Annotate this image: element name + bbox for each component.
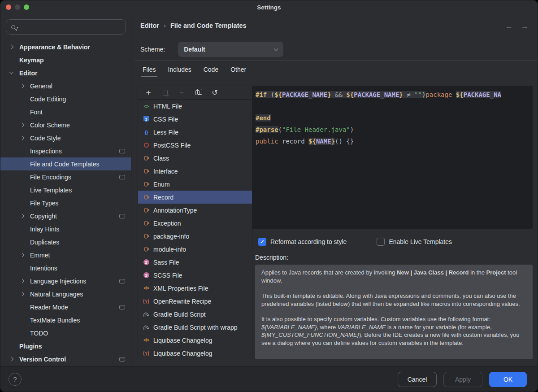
chevron-down-icon[interactable] bbox=[9, 70, 14, 74]
cancel-button[interactable]: Cancel bbox=[398, 372, 437, 387]
template-item-gradle-build-script[interactable]: Gradle Build Script bbox=[138, 308, 252, 321]
minimize-button[interactable] bbox=[15, 4, 20, 10]
sidebar-item-editor[interactable]: Editor bbox=[0, 66, 131, 79]
template-item-css-file[interactable]: 3CSS File bbox=[138, 113, 252, 126]
template-editor[interactable]: #if (${PACKAGE_NAME} && ${PACKAGE_NAME} … bbox=[252, 86, 533, 229]
live-templates-label[interactable]: Enable Live Templates bbox=[389, 238, 452, 245]
code-token: #parse bbox=[256, 126, 278, 133]
sidebar-item-inspections[interactable]: Inspections bbox=[0, 144, 131, 157]
scheme-select[interactable]: Default bbox=[178, 42, 283, 57]
template-item-interface[interactable]: Interface bbox=[138, 165, 252, 178]
live-templates-checkbox[interactable] bbox=[377, 238, 385, 246]
sidebar-item-keymap[interactable]: Keymap bbox=[0, 53, 131, 66]
template-item-record[interactable]: Record bbox=[138, 191, 252, 204]
description-segment: VARIABLE_NAME bbox=[338, 324, 386, 331]
chevron-right-icon[interactable] bbox=[20, 279, 25, 283]
back-button[interactable]: ← bbox=[505, 22, 513, 31]
sidebar-item-label: Plugins bbox=[19, 343, 42, 350]
sidebar-item-general[interactable]: General bbox=[0, 79, 131, 92]
sidebar-item-version-control[interactable]: Version Control bbox=[0, 353, 131, 366]
close-button[interactable] bbox=[6, 4, 11, 10]
sidebar-item-label: Language Injections bbox=[30, 278, 86, 285]
template-item-html-file[interactable]: <>HTML File bbox=[138, 100, 252, 113]
code-token: PACKAGE_NA bbox=[464, 91, 501, 98]
sidebar-item-code-style[interactable]: Code Style bbox=[0, 131, 131, 144]
forward-button[interactable]: → bbox=[521, 22, 529, 31]
sidebar-item-textmate-bundles[interactable]: TextMate Bundles bbox=[0, 314, 131, 327]
chevron-right-icon[interactable] bbox=[20, 214, 25, 218]
search-input[interactable]: ▾ bbox=[6, 19, 126, 35]
chevron-right-icon[interactable] bbox=[20, 253, 25, 257]
description-label: Description: bbox=[255, 254, 533, 261]
scheme-label: Scheme: bbox=[140, 46, 165, 53]
code-token: #end bbox=[256, 114, 271, 122]
template-item-less-file[interactable]: {}Less File bbox=[138, 126, 252, 139]
template-item-postcss-file[interactable]: PostCSS File bbox=[138, 139, 252, 152]
add-child-template-button bbox=[161, 89, 169, 97]
sidebar-item-label: TODO bbox=[30, 330, 48, 337]
tab-other[interactable]: Other bbox=[230, 66, 246, 77]
tab-includes[interactable]: Includes bbox=[168, 66, 191, 77]
sidebar-item-natural-languages[interactable]: Natural Languages bbox=[0, 287, 131, 301]
code-token: "File Header.java" bbox=[282, 126, 350, 133]
sidebar-item-label: General bbox=[30, 83, 52, 90]
reformat-checkbox[interactable]: ✓ bbox=[258, 238, 266, 246]
tab-code[interactable]: Code bbox=[204, 66, 218, 77]
window-title: Settings bbox=[257, 4, 281, 11]
reset-template-button[interactable]: ↺ bbox=[211, 89, 219, 97]
sidebar-item-todo[interactable]: TODO bbox=[0, 327, 131, 340]
sidebar-item-file-and-code-templates[interactable]: File and Code Templates bbox=[0, 157, 131, 170]
template-item-annotationtype[interactable]: AnnotationType bbox=[138, 204, 252, 217]
ok-button[interactable]: OK bbox=[489, 372, 527, 387]
apply-button[interactable]: Apply bbox=[443, 372, 482, 387]
gradle-icon bbox=[143, 324, 150, 331]
chevron-right-icon[interactable] bbox=[20, 292, 25, 296]
template-item-exception[interactable]: Exception bbox=[138, 217, 252, 230]
sidebar-item-intentions[interactable]: Intentions bbox=[0, 261, 131, 274]
template-item-module-info[interactable]: module-info bbox=[138, 243, 252, 256]
sidebar-item-font[interactable]: Font bbox=[0, 105, 131, 118]
sidebar-item-emmet[interactable]: Emmet bbox=[0, 248, 131, 261]
help-button[interactable]: ? bbox=[9, 373, 22, 386]
sidebar-item-copyright[interactable]: Copyright bbox=[0, 209, 131, 222]
chevron-right-icon[interactable] bbox=[20, 123, 25, 127]
description-text: Applies to Java records that are created… bbox=[255, 265, 533, 359]
sidebar-item-live-templates[interactable]: Live Templates bbox=[0, 183, 131, 196]
reformat-label[interactable]: Reformat according to style bbox=[270, 238, 347, 245]
sidebar-item-label: Natural Languages bbox=[30, 291, 83, 298]
template-item-openrewrite-recipe[interactable]: YOpenRewrite Recipe bbox=[138, 295, 252, 308]
sidebar-item-reader-mode[interactable]: Reader Mode bbox=[0, 301, 131, 314]
sidebar-item-color-scheme[interactable]: Color Scheme bbox=[0, 118, 131, 131]
template-item-class[interactable]: Class bbox=[138, 152, 252, 165]
chevron-right-icon[interactable] bbox=[9, 357, 14, 362]
sidebar-item-code-editing[interactable]: Code Editing bbox=[0, 92, 131, 105]
template-item-liquibase-changelog[interactable]: YLiquibase Changelog bbox=[138, 347, 252, 359]
sidebar-item-label: File Encodings bbox=[30, 174, 71, 181]
template-item-enum[interactable]: Enum bbox=[138, 178, 252, 191]
sidebar-item-label: Duplicates bbox=[30, 239, 59, 246]
sidebar-item-file-types[interactable]: File Types bbox=[0, 196, 131, 209]
template-item-label: Record bbox=[153, 194, 174, 201]
sidebar-item-appearance-behavior[interactable]: Appearance & Behavior bbox=[0, 40, 131, 53]
chevron-right-icon[interactable] bbox=[20, 84, 25, 88]
chevron-right-icon[interactable] bbox=[20, 136, 25, 140]
template-item-package-info[interactable]: package-info bbox=[138, 230, 252, 243]
chevron-right-icon[interactable] bbox=[9, 45, 14, 49]
template-item-label: Liquibase Changelog bbox=[153, 350, 213, 357]
sidebar-item-label: Code Editing bbox=[30, 96, 66, 103]
breadcrumb-item-editor[interactable]: Editor bbox=[140, 22, 159, 29]
sidebar-item-language-injections[interactable]: Language Injections bbox=[0, 274, 131, 287]
sidebar-item-duplicates[interactable]: Duplicates bbox=[0, 235, 131, 248]
template-item-liquibase-changelog[interactable]: </>Liquibase Changelog bbox=[138, 334, 252, 347]
sidebar-item-file-encodings[interactable]: File Encodings bbox=[0, 170, 131, 183]
add-template-button[interactable]: + bbox=[144, 89, 152, 97]
sidebar-item-inlay-hints[interactable]: Inlay Hints bbox=[0, 222, 131, 235]
template-item-gradle-build-script-with-wrapp[interactable]: Gradle Build Script with wrapp bbox=[138, 321, 252, 334]
copy-template-button[interactable] bbox=[194, 89, 202, 97]
template-item-scss-file[interactable]: SSCSS File bbox=[138, 269, 252, 282]
template-item-sass-file[interactable]: SSass File bbox=[138, 256, 252, 269]
template-item-xml-properties-file[interactable]: </>XML Properties File bbox=[138, 282, 252, 295]
zoom-button[interactable] bbox=[24, 4, 29, 10]
sidebar-item-plugins[interactable]: Plugins bbox=[0, 340, 131, 353]
tab-files[interactable]: Files bbox=[143, 66, 156, 77]
